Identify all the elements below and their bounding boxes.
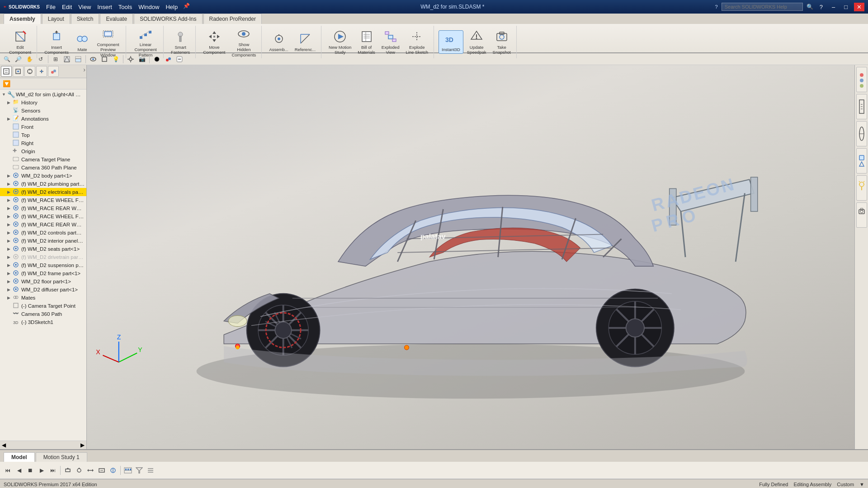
mt-skip-forward[interactable]: ⏭	[48, 465, 58, 475]
tree-item-wheel-front2[interactable]: ▶ (f) WM_RACE WHEEL FRONT	[0, 212, 86, 221]
view-appear-btn[interactable]	[163, 55, 173, 64]
tree-item-origin[interactable]: ▶ ✚ Origin	[0, 147, 86, 155]
panel-tab-appearance[interactable]	[48, 66, 59, 77]
status-dropdown[interactable]: ▼	[859, 482, 864, 487]
bill-of-materials-button[interactable]: Bill ofMaterials	[355, 28, 378, 56]
minimize-btn[interactable]: –	[829, 3, 838, 11]
menu-help[interactable]: Help	[163, 3, 180, 11]
tree-item-wheel-rear2[interactable]: ▶ (f) WM_RACE REAR WHEEL T	[0, 221, 86, 229]
panel-tab-property-manager[interactable]	[13, 66, 24, 77]
tree-item-wheel-rear1[interactable]: ▶ (f) WM_RACE REAR WHEEL T	[0, 204, 86, 212]
help-btn[interactable]: ?	[817, 3, 826, 11]
tree-item-controls[interactable]: ▶ (f) WM_D2 controls part<1>	[0, 229, 86, 237]
tree-item-camera-target-plane[interactable]: ▶ Camera Target Plane	[0, 155, 86, 164]
tab-addins[interactable]: SOLIDWORKS Add-Ins	[134, 14, 202, 24]
tree-item-interior[interactable]: ▶ (f) WM_D2 interior panels pa	[0, 237, 86, 245]
tree-scroll-left[interactable]: ◀	[2, 442, 6, 448]
update-speedpak-button[interactable]: UpdateSpeedpak	[464, 28, 489, 56]
tree-item-wm-body[interactable]: ▶ WM_D2 body part<1>	[0, 172, 86, 180]
view-pan-btn[interactable]: ✋	[24, 55, 34, 64]
view-settings-btn[interactable]	[126, 55, 136, 64]
move-component-button[interactable]: MoveComponent	[200, 28, 228, 56]
tree-item-3dsketch1[interactable]: ▶ 3D (-) 3DSketch1	[0, 318, 86, 326]
tree-item-frame[interactable]: ▶ (f) WM_D2 frame part<1>	[0, 269, 86, 277]
tree-item-suspension[interactable]: ▶ (f) WM_D2 suspension part<	[0, 261, 86, 269]
mate-button[interactable]: Mate	[72, 31, 92, 53]
mt-key-add[interactable]	[63, 465, 73, 475]
view-camera-btn[interactable]: 📷	[137, 55, 147, 64]
tree-item-drivetrain[interactable]: ▶ (f) WM_D2 drivetrain part<1	[0, 253, 86, 261]
right-panel-lights-btn[interactable]	[856, 175, 867, 201]
view-section-btn[interactable]	[73, 55, 83, 64]
assembly-features-button[interactable]: Assemb...	[266, 31, 291, 53]
view-render-mode-btn[interactable]	[152, 55, 162, 64]
panel-tab-dxf-dwg[interactable]	[36, 66, 47, 77]
mt-stop[interactable]: ⏹	[25, 465, 35, 475]
right-panel-scenes-btn[interactable]	[856, 121, 867, 146]
explode-line-sketch-button[interactable]: ExplodeLine Sketch	[403, 28, 431, 56]
edit-component-button[interactable]: EditComponent	[6, 28, 34, 56]
right-panel-appearance-btn[interactable]	[856, 67, 867, 92]
tree-item-floor[interactable]: ▶ WM_D2 floor part<1>	[0, 277, 86, 286]
tab-motion-study-1[interactable]: Motion Study 1	[36, 452, 87, 462]
view-orient-btn[interactable]: ⊞	[51, 55, 61, 64]
mt-filter-btn[interactable]	[134, 465, 144, 475]
tab-model[interactable]: Model	[4, 452, 35, 462]
tab-layout[interactable]: Layout	[42, 14, 70, 24]
tree-item-camera-target-pt[interactable]: ▶ (-) Camera Target Point	[0, 302, 86, 310]
menu-window[interactable]: Window	[136, 3, 162, 11]
instant3d-button[interactable]: 3D Instant3D	[439, 30, 463, 53]
right-panel-camera-btn[interactable]	[856, 202, 867, 228]
mt-key2[interactable]	[74, 465, 84, 475]
menu-edit[interactable]: Edit	[59, 3, 75, 11]
smart-fasteners-button[interactable]: SmartFasteners	[168, 28, 193, 56]
linear-pattern-button[interactable]: Linear ComponentPattern	[131, 26, 160, 58]
viewport-3d[interactable]: RADEON PRO palatav	[87, 65, 854, 449]
view-zoom-out-btn[interactable]: 🔎	[13, 55, 23, 64]
tab-sketch[interactable]: Sketch	[71, 14, 99, 24]
mt-key3[interactable]	[85, 465, 95, 475]
panel-tab-config-manager[interactable]	[24, 66, 35, 77]
tree-item-annotations[interactable]: ▶ 📝 Annotations	[0, 115, 86, 123]
take-snapshot-button[interactable]: TakeSnapshot	[490, 28, 514, 56]
mt-play-forward[interactable]: ▶	[37, 465, 47, 475]
menu-tools[interactable]: Tools	[116, 3, 135, 11]
tree-item-wheel-front1[interactable]: ▶ (f) WM_RACE WHEEL FRONT	[0, 196, 86, 204]
tree-item-mates[interactable]: ▶ Mates	[0, 294, 86, 302]
show-hidden-button[interactable]: Show HiddenComponents	[229, 26, 259, 58]
menu-insert[interactable]: Insert	[94, 3, 115, 11]
view-display-quality-btn[interactable]	[175, 55, 184, 64]
tree-item-sensors[interactable]: ▶ 📡 Sensors	[0, 107, 86, 115]
tree-scroll-right[interactable]: ▶	[80, 442, 85, 448]
tree-item-camera-360-path[interactable]: ▶ 〰️ Camera 360 Path	[0, 310, 86, 318]
tree-item-right[interactable]: ▶ Right	[0, 139, 86, 147]
view-display-mode-btn[interactable]	[62, 55, 72, 64]
view-zoom-in-btn[interactable]: 🔍	[2, 55, 12, 64]
mt-play-back[interactable]: ◀	[14, 465, 24, 475]
mt-skip-back[interactable]: ⏮	[3, 465, 13, 475]
view-hide-show-btn[interactable]	[88, 55, 98, 64]
insert-components-button[interactable]: InsertComponents	[42, 28, 71, 56]
mt-expand-btn[interactable]	[146, 465, 156, 475]
mt-timeline-btn[interactable]	[123, 465, 133, 475]
tree-item-seats[interactable]: ▶ (f) WM_D2 seats part<1>	[0, 245, 86, 253]
menu-file[interactable]: File	[43, 3, 58, 11]
tree-item-camera-360-path-plane[interactable]: ▶ Camera 360 Path Plane	[0, 164, 86, 172]
tree-item-wm-electricals[interactable]: ▶ (f) WM_D2 electricals part<1	[0, 188, 86, 196]
tab-radeon[interactable]: Radeon ProRender	[203, 14, 262, 24]
restore-btn[interactable]: □	[841, 3, 850, 11]
tab-assembly[interactable]: Assembly	[4, 14, 41, 24]
panel-expand-btn[interactable]: ›	[83, 66, 85, 77]
mt-key4[interactable]	[97, 465, 107, 475]
filter-icon[interactable]: 🔽	[3, 80, 10, 87]
right-panel-decals-btn[interactable]	[856, 148, 867, 174]
tree-item-front[interactable]: ▶ Front	[0, 123, 86, 131]
tab-evaluate[interactable]: Evaluate	[100, 14, 133, 24]
close-btn[interactable]: ✕	[854, 3, 864, 11]
exploded-view-button[interactable]: ExplodedView	[379, 28, 402, 56]
search-input[interactable]	[722, 3, 803, 11]
view-wireframe-btn[interactable]	[99, 55, 109, 64]
tree-item-wm-plumbing[interactable]: ▶ (f) WM_D2 plumbing part<1	[0, 180, 86, 188]
tree-item-diffuser[interactable]: ▶ WM_D2 diffuser part<1>	[0, 286, 86, 294]
menu-view[interactable]: View	[75, 3, 94, 11]
